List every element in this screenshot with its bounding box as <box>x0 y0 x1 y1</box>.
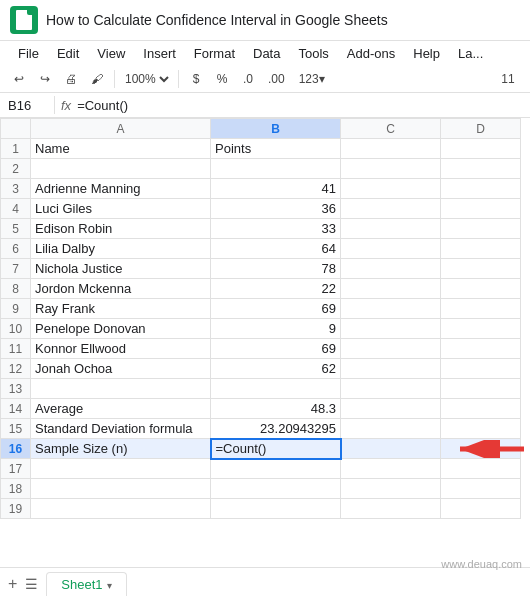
cell-a2[interactable] <box>31 159 211 179</box>
menu-tools[interactable]: Tools <box>290 43 336 64</box>
row-header-11[interactable]: 11 <box>1 339 31 359</box>
menu-more[interactable]: La... <box>450 43 491 64</box>
cell-b2[interactable] <box>211 159 341 179</box>
menu-insert[interactable]: Insert <box>135 43 184 64</box>
cell-d4[interactable] <box>441 199 521 219</box>
menu-view[interactable]: View <box>89 43 133 64</box>
cell-a6[interactable]: Lilia Dalby <box>31 239 211 259</box>
cell-b8[interactable]: 22 <box>211 279 341 299</box>
cell-a17[interactable] <box>31 459 211 479</box>
cell-a7[interactable]: Nichola Justice <box>31 259 211 279</box>
cell-c8[interactable] <box>341 279 441 299</box>
redo-button[interactable]: ↪ <box>34 69 56 89</box>
cell-c7[interactable] <box>341 259 441 279</box>
row-header-14[interactable]: 14 <box>1 399 31 419</box>
cell-d18[interactable] <box>441 479 521 499</box>
cell-a8[interactable]: Jordon Mckenna <box>31 279 211 299</box>
row-header-2[interactable]: 2 <box>1 159 31 179</box>
cell-a1[interactable]: Name <box>31 139 211 159</box>
menu-addons[interactable]: Add-ons <box>339 43 403 64</box>
cell-c13[interactable] <box>341 379 441 399</box>
percent-button[interactable]: % <box>211 69 233 89</box>
row-header-9[interactable]: 9 <box>1 299 31 319</box>
col-header-d[interactable]: D <box>441 119 521 139</box>
sheet-list-button[interactable]: ☰ <box>25 576 38 592</box>
dollar-button[interactable]: $ <box>185 69 207 89</box>
cell-c2[interactable] <box>341 159 441 179</box>
row-header-8[interactable]: 8 <box>1 279 31 299</box>
cell-b18[interactable] <box>211 479 341 499</box>
row-header-13[interactable]: 13 <box>1 379 31 399</box>
row-header-16[interactable]: 16 <box>1 439 31 459</box>
cell-d11[interactable] <box>441 339 521 359</box>
menu-format[interactable]: Format <box>186 43 243 64</box>
row-header-4[interactable]: 4 <box>1 199 31 219</box>
cell-c16[interactable] <box>341 439 441 459</box>
cell-d3[interactable] <box>441 179 521 199</box>
row-header-18[interactable]: 18 <box>1 479 31 499</box>
decimal-decrease-button[interactable]: .0 <box>237 69 259 89</box>
cell-c14[interactable] <box>341 399 441 419</box>
cell-b15[interactable]: 23.20943295 <box>211 419 341 439</box>
cell-b11[interactable]: 69 <box>211 339 341 359</box>
cell-b17[interactable] <box>211 459 341 479</box>
print-button[interactable]: 🖨 <box>60 69 82 89</box>
cell-b14[interactable]: 48.3 <box>211 399 341 419</box>
cell-reference[interactable]: B16 <box>8 98 48 113</box>
cell-d1[interactable] <box>441 139 521 159</box>
cell-c6[interactable] <box>341 239 441 259</box>
cell-c11[interactable] <box>341 339 441 359</box>
col-header-b[interactable]: B <box>211 119 341 139</box>
cell-d5[interactable] <box>441 219 521 239</box>
cell-c15[interactable] <box>341 419 441 439</box>
row-header-3[interactable]: 3 <box>1 179 31 199</box>
row-header-6[interactable]: 6 <box>1 239 31 259</box>
cell-b4[interactable]: 36 <box>211 199 341 219</box>
cell-a13[interactable] <box>31 379 211 399</box>
cell-b5[interactable]: 33 <box>211 219 341 239</box>
cell-c10[interactable] <box>341 319 441 339</box>
cell-c4[interactable] <box>341 199 441 219</box>
formula-content[interactable]: =Count() <box>77 98 522 113</box>
cell-c3[interactable] <box>341 179 441 199</box>
cell-c9[interactable] <box>341 299 441 319</box>
cell-d10[interactable] <box>441 319 521 339</box>
menu-help[interactable]: Help <box>405 43 448 64</box>
more-formats-button[interactable]: 123▾ <box>294 69 330 89</box>
cell-a15[interactable]: Standard Deviation formula <box>31 419 211 439</box>
cell-d16[interactable] <box>441 439 521 459</box>
cell-d2[interactable] <box>441 159 521 179</box>
cell-b7[interactable]: 78 <box>211 259 341 279</box>
cell-a18[interactable] <box>31 479 211 499</box>
cell-b9[interactable]: 69 <box>211 299 341 319</box>
zoom-select[interactable]: 100% <box>121 71 172 87</box>
menu-data[interactable]: Data <box>245 43 288 64</box>
cell-a19[interactable] <box>31 499 211 519</box>
cell-c12[interactable] <box>341 359 441 379</box>
cell-b13[interactable] <box>211 379 341 399</box>
cell-a9[interactable]: Ray Frank <box>31 299 211 319</box>
cell-b12[interactable]: 62 <box>211 359 341 379</box>
cell-b19[interactable] <box>211 499 341 519</box>
undo-button[interactable]: ↩ <box>8 69 30 89</box>
cell-a5[interactable]: Edison Robin <box>31 219 211 239</box>
add-sheet-button[interactable]: + <box>8 575 17 593</box>
cell-b3[interactable]: 41 <box>211 179 341 199</box>
sheet-tab[interactable]: Sheet1▾ <box>46 572 126 596</box>
cell-a10[interactable]: Penelope Donovan <box>31 319 211 339</box>
cell-d14[interactable] <box>441 399 521 419</box>
row-header-19[interactable]: 19 <box>1 499 31 519</box>
cell-b16[interactable]: =Count() <box>211 439 341 459</box>
row-header-15[interactable]: 15 <box>1 419 31 439</box>
cell-a14[interactable]: Average <box>31 399 211 419</box>
cell-b10[interactable]: 9 <box>211 319 341 339</box>
row-header-17[interactable]: 17 <box>1 459 31 479</box>
format-painter-button[interactable]: 🖌 <box>86 69 108 89</box>
row-header-7[interactable]: 7 <box>1 259 31 279</box>
col-header-c[interactable]: C <box>341 119 441 139</box>
cell-d17[interactable] <box>441 459 521 479</box>
cell-d9[interactable] <box>441 299 521 319</box>
cell-c1[interactable] <box>341 139 441 159</box>
cell-b6[interactable]: 64 <box>211 239 341 259</box>
row-header-5[interactable]: 5 <box>1 219 31 239</box>
